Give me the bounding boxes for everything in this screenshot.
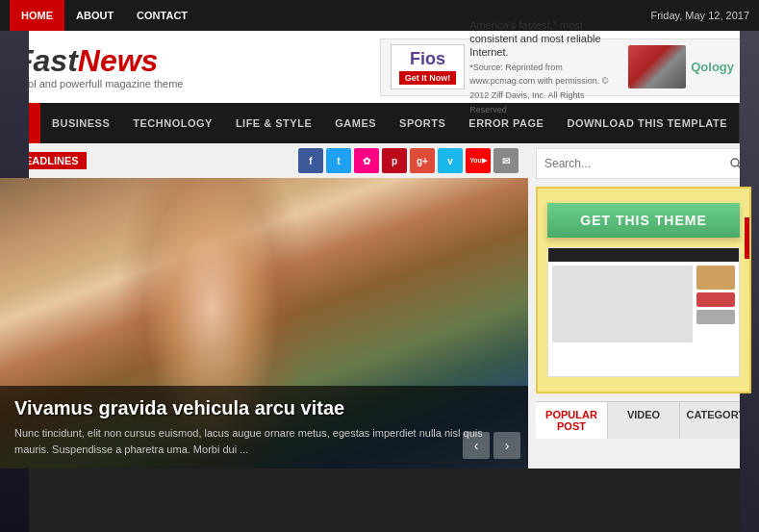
logo-text: FastNews [14, 45, 184, 76]
theme-preview-block2 [696, 292, 735, 307]
tab-video[interactable]: Video [608, 402, 680, 439]
nav-home[interactable]: HOME [10, 0, 64, 31]
nav-games[interactable]: GAMES [323, 103, 388, 143]
top-nav-links: HOME ABOUT CONTACT [10, 0, 199, 31]
youtube-icon[interactable]: You▶ [466, 148, 491, 173]
twitter-icon[interactable]: t [326, 148, 351, 173]
bottom-tabs: Popular Post Video Category [536, 401, 751, 439]
featured-bg: Vivamus gravida vehicula arcu vitae Nunc… [0, 178, 528, 469]
logo-news: News [78, 43, 159, 78]
theme-preview-side [696, 266, 735, 342]
nav-about[interactable]: ABOUT [64, 0, 125, 31]
carousel-next[interactable]: › [493, 432, 520, 459]
ad-headline: America's fastest,* most consistent and … [469, 18, 623, 60]
nav-lifestyle[interactable]: LIFE & STYLE [224, 103, 323, 143]
site-header: FastNews Cool and powerfull magazine the… [0, 31, 759, 103]
facebook-icon[interactable]: f [298, 148, 323, 173]
nav-business[interactable]: BUSINESS [40, 103, 121, 143]
theme-preview-nav [548, 248, 739, 262]
main-navigation: BUSINESS TECHNOLOGY LIFE & STYLE GAMES S… [0, 103, 759, 143]
ribbon-badge: FREE [745, 217, 751, 259]
search-input[interactable] [537, 151, 721, 176]
nav-sports[interactable]: SPORTS [388, 103, 457, 143]
main-nav-links: BUSINESS TECHNOLOGY LIFE & STYLE GAMES S… [40, 103, 739, 143]
googleplus-icon[interactable]: g+ [410, 148, 435, 173]
theme-preview-block3 [696, 310, 735, 324]
ad-banner: Fios Get It Now! America's fastest,* mos… [380, 38, 745, 96]
nav-technology[interactable]: TECHNOLOGY [121, 103, 224, 143]
overlay-text: Vivamus gravida vehicula arcu vitae Nunc… [0, 386, 528, 469]
get-theme-button[interactable]: GET THIS THEME [547, 203, 740, 238]
theme-preview-block1 [696, 266, 735, 290]
top-navigation: HOME ABOUT CONTACT Friday, May 12, 2017 [0, 0, 759, 31]
social-icons: f t ✿ p g+ v You▶ ✉ [298, 148, 519, 173]
theme-preview [547, 247, 740, 377]
svg-point-2 [731, 159, 739, 166]
nav-error[interactable]: ERROR PAGE [457, 103, 555, 143]
theme-banner: GET THIS THEME FREE [536, 187, 751, 393]
featured-image: Vivamus gravida vehicula arcu vitae Nunc… [0, 178, 528, 469]
date-display: Friday, May 12, 2017 [650, 10, 749, 21]
search-box [536, 148, 751, 179]
sidebar: GET THIS THEME FREE Popular Post Video C… [528, 143, 759, 469]
theme-preview-body [548, 262, 739, 346]
ad-image [628, 45, 686, 89]
vimeo-icon[interactable]: v [438, 148, 463, 173]
ad-text-block: America's fastest,* most consistent and … [469, 18, 623, 116]
nav-contact[interactable]: CONTACT [125, 0, 199, 31]
qology-brand: Qology [691, 60, 734, 74]
site-logo: FastNews Cool and powerfull magazine the… [14, 45, 184, 89]
pinterest-icon[interactable]: p [382, 148, 407, 173]
fios-ad: Fios Get It Now! [391, 44, 466, 89]
theme-preview-main [552, 266, 693, 342]
fios-title: Fios [399, 49, 457, 69]
carousel-prev[interactable]: ‹ [463, 432, 490, 459]
nav-download-template[interactable]: DOWNLOAD THIS TEMPLATE [555, 103, 739, 143]
flickr-icon[interactable]: ✿ [354, 148, 379, 173]
email-icon[interactable]: ✉ [493, 148, 519, 173]
fios-button[interactable]: Get It Now! [399, 71, 457, 85]
tab-popular-post[interactable]: Popular Post [536, 402, 608, 439]
content-area: HEADLINES f t ✿ p g+ v You▶ ✉ Vivamus gr… [0, 143, 759, 469]
article-description: Nunc tincidunt, elit non cursus euismod,… [14, 425, 514, 457]
main-content: HEADLINES f t ✿ p g+ v You▶ ✉ Vivamus gr… [0, 143, 528, 469]
headlines-bar: HEADLINES f t ✿ p g+ v You▶ ✉ [0, 143, 528, 178]
logo-tagline: Cool and powerfull magazine theme [14, 78, 184, 89]
article-title: Vivamus gravida vehicula arcu vitae [14, 397, 514, 419]
